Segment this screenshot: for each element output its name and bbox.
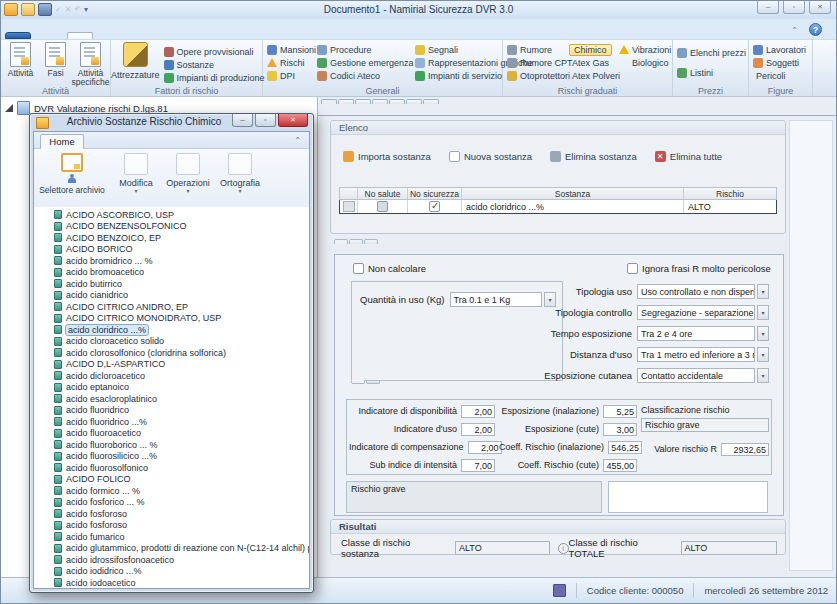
- tab-utilita[interactable]: [93, 32, 119, 39]
- substance-item[interactable]: ACIDO BENZENSOLFONICO: [34, 221, 309, 233]
- dialog-maximize-button[interactable]: ▫: [255, 114, 276, 127]
- ribbon-button-attivita[interactable]: Attività: [4, 42, 37, 87]
- substance-item[interactable]: ACIDO BORICO: [34, 244, 309, 256]
- tab-informazioni[interactable]: [364, 239, 378, 244]
- substance-item[interactable]: acido fluoroborico ... %: [34, 439, 309, 451]
- dialog-close-button[interactable]: ✕: [278, 114, 308, 127]
- ribbon-item-segnali[interactable]: Segnali: [411, 43, 503, 56]
- substance-item[interactable]: ACIDO CITRICO ANIDRO, EP: [34, 301, 309, 313]
- substance-item[interactable]: ACIDO ASCORBICO, USP: [34, 209, 309, 221]
- substance-item[interactable]: acido cloridrico ...%: [34, 324, 309, 336]
- substance-item[interactable]: ACIDO BENZOICO, EP: [34, 232, 309, 244]
- substance-item[interactable]: acido cloroacetico solido: [34, 336, 309, 348]
- nuova-sostanza-button[interactable]: Nuova sostanza: [449, 151, 532, 162]
- dialog-button-modifica[interactable]: Modifica ▾: [110, 149, 162, 207]
- substance-item[interactable]: acido fosforico ... %: [34, 497, 309, 509]
- table-row[interactable]: acido cloridrico ...% ALTO: [339, 200, 777, 214]
- dialog-button-ortografia[interactable]: Ortografia ▾: [214, 149, 266, 207]
- ribbon-item-opere-provvisionali[interactable]: Opere provvisionali: [160, 45, 265, 58]
- empty-note-box[interactable]: [608, 481, 768, 513]
- tab-salute[interactable]: [334, 239, 348, 244]
- collapse-ribbon-icon[interactable]: ⌃: [791, 26, 798, 35]
- substance-item[interactable]: acido glutammico, prodotti di reazione c…: [34, 543, 309, 555]
- ribbon-item-rumore-cpt[interactable]: Rumore CPT: [503, 56, 565, 69]
- tab-calcolo[interactable]: [321, 99, 337, 104]
- dropdown-select[interactable]: Tra 2 e 4 ore: [637, 326, 755, 341]
- ribbon-item-atex-gas[interactable]: Atex Gas: [565, 56, 615, 69]
- substance-item[interactable]: acido bromidrico ... %: [34, 255, 309, 267]
- dropdown-select[interactable]: Contatto accidentale: [637, 368, 755, 383]
- substance-item[interactable]: acido dicloroacetico: [34, 370, 309, 382]
- ribbon-item-rumore[interactable]: Rumore: [503, 43, 565, 56]
- ignora-frasi-checkbox[interactable]: [627, 263, 638, 274]
- dialog-minimize-button[interactable]: ─: [232, 114, 253, 127]
- ribbon-item-listini[interactable]: Listini: [673, 63, 748, 83]
- ribbon-item-otoprotettori[interactable]: Otoprotettori: [503, 69, 565, 82]
- tab-mansioni[interactable]: [338, 99, 354, 104]
- ribbon-item-codici-ateco[interactable]: Codici Ateco: [313, 69, 411, 82]
- dialog-tab-home[interactable]: Home: [40, 134, 84, 149]
- ribbon-item-lavoratori[interactable]: Lavoratori: [749, 43, 812, 56]
- substance-item[interactable]: acido fluoridrico ...%: [34, 416, 309, 428]
- ribbon-item-procedure[interactable]: Procedure: [313, 43, 411, 56]
- substance-item[interactable]: ACIDO CITRICO MONOIDRATO, USP: [34, 313, 309, 325]
- maximize-button[interactable]: ▫: [783, 1, 805, 14]
- substance-item[interactable]: acido idrossifosfonoacetico: [34, 554, 309, 566]
- ribbon-item-soggetti[interactable]: Soggetti: [749, 56, 812, 69]
- ribbon-item-pericoli[interactable]: Pericoli: [749, 69, 812, 82]
- ribbon-item-biologico[interactable]: Biologico: [615, 56, 672, 69]
- dropdown-arrow-icon[interactable]: ▾: [757, 347, 769, 362]
- no-sicurezza-checkbox[interactable]: [429, 201, 440, 212]
- substance-item[interactable]: acido eptanoico: [34, 382, 309, 394]
- tab-misure-prev-e-prot[interactable]: [355, 99, 371, 104]
- row-selector-cell[interactable]: [340, 200, 358, 213]
- substance-item[interactable]: acido cianidrico: [34, 290, 309, 302]
- substance-item[interactable]: acido butirrico: [34, 278, 309, 290]
- ribbon-item-chimico[interactable]: Chimico: [565, 43, 615, 56]
- substance-item[interactable]: acido iodidrico ...%: [34, 566, 309, 578]
- ribbon-item-sostanze[interactable]: Sostanze: [160, 58, 265, 71]
- tab-file[interactable]: [5, 32, 31, 39]
- ribbon-item-rischi[interactable]: Rischi: [263, 56, 313, 69]
- substance-item[interactable]: acido formico ... %: [34, 485, 309, 497]
- dropdown-arrow-icon[interactable]: ▾: [757, 305, 769, 320]
- ribbon-item-dpi[interactable]: DPI: [263, 69, 313, 82]
- sostanza-column-header[interactable]: Sostanza: [462, 188, 684, 199]
- tab-segnaletica[interactable]: [423, 99, 439, 104]
- importa-sostanza-button[interactable]: Importa sostanza: [343, 151, 431, 162]
- tree-expander-icon[interactable]: [5, 104, 13, 112]
- dialog-collapse-ribbon-icon[interactable]: ⌃: [294, 136, 301, 145]
- tab-home[interactable]: [41, 32, 67, 39]
- ribbon-button-attrezzature[interactable]: Attrezzature: [111, 42, 160, 84]
- ribbon-item-mansioni[interactable]: Mansioni: [263, 43, 313, 56]
- ribbon-item-vibrazioni[interactable]: Vibrazioni: [615, 43, 672, 56]
- elimina-tutte-button[interactable]: Elimina tutte: [655, 151, 722, 162]
- dropdown-arrow-icon[interactable]: ▾: [757, 284, 769, 299]
- substance-item[interactable]: acido fluoridrico: [34, 405, 309, 417]
- substance-item[interactable]: acido fluorosilicico ...%: [34, 451, 309, 463]
- substance-item[interactable]: acido fosforoso: [34, 508, 309, 520]
- substance-item[interactable]: ACIDO FOLICO: [34, 474, 309, 486]
- dropdown-select[interactable]: Tra 1 metro ed inferiore a 3 metri: [637, 347, 755, 362]
- non-calcolare-checkbox[interactable]: [353, 263, 364, 274]
- dropdown-arrow-icon[interactable]: ▾: [757, 368, 769, 383]
- dropdown-select[interactable]: Uso controllato e non dispersivo: [637, 284, 755, 299]
- info-icon[interactable]: i: [558, 543, 569, 554]
- no-salute-checkbox[interactable]: [377, 201, 388, 212]
- substance-item[interactable]: acido esacloroplatinico: [34, 393, 309, 405]
- substance-item[interactable]: acido bromoacetico: [34, 267, 309, 279]
- tab-archivi-di-base[interactable]: [67, 32, 93, 39]
- ribbon-item-elenchi-prezzi[interactable]: Elenchi prezzi: [673, 43, 748, 63]
- close-button[interactable]: ✕: [809, 1, 831, 14]
- minimize-button[interactable]: ─: [757, 1, 779, 14]
- ribbon-button-attivita-specifiche[interactable]: Attività specifiche: [74, 42, 107, 87]
- tab-preparato[interactable]: [366, 381, 380, 384]
- help-icon[interactable]: ?: [809, 23, 822, 36]
- substances-list[interactable]: ACIDO ASCORBICO, USP ACIDO BENZENSOLFONI…: [34, 207, 309, 588]
- tab-dpi[interactable]: [406, 99, 422, 104]
- ribbon-item-gestione-emergenza[interactable]: Gestione emergenza: [313, 56, 411, 69]
- ribbon-button-fasi[interactable]: Fasi: [39, 42, 72, 87]
- no-salute-column-header[interactable]: No salute: [358, 188, 408, 199]
- ribbon-item-impianti-produzione[interactable]: Impianti di produzione: [160, 71, 265, 84]
- substance-item[interactable]: acido clorosolfonico (cloridrina solfori…: [34, 347, 309, 359]
